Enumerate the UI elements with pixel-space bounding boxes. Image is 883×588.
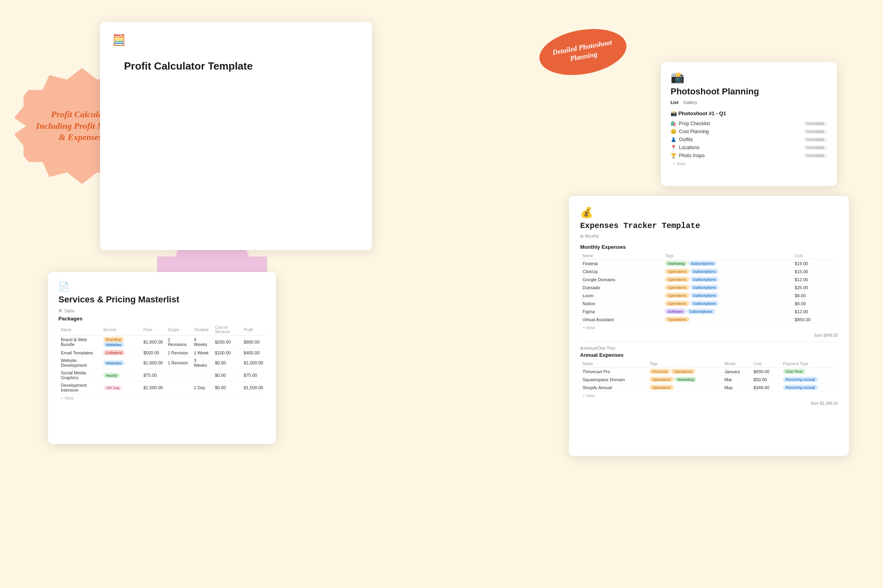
table-row: Social Media GraphicsHourly$75.00$0.00$7…: [58, 369, 266, 382]
tag-marketing: Marketing: [665, 261, 687, 266]
tag-subscriptions: Subscriptions: [690, 285, 719, 290]
table-row: Virtual AssistantOperations$850.00: [580, 316, 838, 324]
services-packages-title: Packages: [58, 316, 266, 322]
photo-row-label: Cost Planning: [679, 129, 709, 134]
table-row: Shopify AnnualOperationsMay$348.00Recurr…: [580, 384, 838, 392]
table-row: Development IntensiveVIP Day$1,500.001 D…: [58, 382, 266, 394]
photoshoot-rows: 🛍️ Prop Checklist Incomplete 😊 Cost Plan…: [671, 120, 827, 160]
photo-row: 📍 Locations Incomplete: [671, 144, 827, 152]
table-row: LoomOperationsSubscriptions$8.00: [580, 292, 838, 300]
table-row: Google DomainsOperationsSubscriptions$12…: [580, 276, 838, 284]
tag-operations: Operations: [665, 317, 689, 322]
status-badge: Incomplete: [803, 129, 827, 134]
photo-row-label: Outfits: [679, 137, 693, 142]
tag-operations: Operations: [665, 269, 689, 274]
tag-subscriptions: Subscriptions: [690, 269, 719, 274]
annual-expenses-table: NameTagsMonthCostPayment Type Thrivecart…: [580, 360, 838, 392]
photo-row: 😊 Cost Planning Incomplete: [671, 128, 827, 136]
exp-monthly-add[interactable]: + New: [580, 324, 838, 332]
oval-badge-text: Detailed Photoshoot Planning: [547, 33, 619, 71]
table-row: Thrivecart ProFinancialOperationsJanuary…: [580, 368, 838, 376]
photo-row-left: 🏆 Photo Inspo: [671, 153, 705, 158]
photo-row-label: Photo Inspo: [679, 153, 705, 158]
tag-websites: Websites: [103, 360, 124, 366]
exp-annual-sum: Sum $1,088.00: [580, 400, 838, 406]
annual-expenses-title: Annual Expenses: [580, 352, 838, 358]
photo-row-icon: 📍: [671, 145, 677, 150]
services-packages-table: NameServicePriceScopeTimelineCost of Ser…: [58, 324, 266, 394]
tag-operations: Operations: [665, 293, 689, 298]
tag-subscriptions: Subscriptions: [690, 277, 719, 282]
table-row: Email TemplatesCollateral$500.001 Revisi…: [58, 349, 266, 357]
tag-operations: Operations: [665, 285, 689, 290]
services-add-new[interactable]: + New: [58, 394, 266, 402]
view-gallery[interactable]: Gallery: [683, 100, 697, 105]
photo-row-label: Locations: [679, 145, 699, 150]
expenses-card-title: Expenses Tracker Template: [580, 221, 838, 230]
tag-subscriptions: Subscriptions: [688, 261, 717, 266]
tag-subscriptions: Subscriptions: [690, 293, 719, 298]
photo-row-icon: 🛍️: [671, 121, 677, 126]
photo-row-icon: 😊: [671, 129, 677, 134]
services-icon: 📄: [58, 282, 266, 292]
tag-operations: Operations: [649, 385, 673, 390]
services-pricing-card: 📄 Services & Pricing Masterlist Table Pa…: [48, 272, 276, 444]
monthly-expenses-title: Monthly Expenses: [580, 244, 838, 250]
tag-vip-day: VIP Day: [103, 385, 123, 390]
tag-operations: Operations: [665, 301, 689, 306]
table-row: ClickUpOperationsSubscriptions$15.00: [580, 268, 838, 276]
payment-type-badge: Recurring Annual: [783, 377, 818, 382]
photoshoot-add-new[interactable]: + New: [671, 160, 827, 168]
photo-row: 🏆 Photo Inspo Incomplete: [671, 152, 827, 160]
tag-branding: Branding: [103, 337, 124, 342]
table-row: Squarespace DomainOperationsMarketingMar…: [580, 376, 838, 384]
oval-badge-photoshoot: Detailed Photoshoot Planning: [536, 23, 630, 82]
table-row: Website DevelopmentWebsites$1,000.001 Re…: [58, 357, 266, 369]
photoshoot-title: Photoshoot Planning: [671, 86, 827, 97]
exp-annual-add[interactable]: + New: [580, 392, 838, 400]
monthly-tab[interactable]: ⊞Monthly: [580, 234, 599, 238]
tag-websites: Websites: [103, 342, 124, 347]
expenses-tracker-card: 💰 Expenses Tracker Template ⊞Monthly Mon…: [569, 196, 849, 456]
table-row: FigmaSoftwareSubscriptions$12.00: [580, 308, 838, 316]
services-title: Services & Pricing Masterlist: [58, 294, 266, 305]
status-badge: Incomplete: [803, 153, 827, 158]
photo-row-left: 😊 Cost Planning: [671, 129, 709, 134]
photoshoot-icon: 📸: [671, 71, 827, 84]
monthly-expenses-table: NameTagsCost FlodeskMarketingSubscriptio…: [580, 252, 838, 324]
exp-monthly-sum: Sum $949.00: [580, 332, 838, 338]
expenses-card-icon: 💰: [580, 206, 838, 219]
tag-software: Software: [665, 309, 686, 314]
profit-calculator-card: 🧮 Profit Calculator Template ? HOW TO US…: [100, 22, 372, 250]
photo-row: 👗 Outfits Incomplete: [671, 136, 827, 144]
tag-subscriptions: Subscriptions: [687, 309, 715, 314]
tag-collateral: Collateral: [103, 350, 125, 355]
photo-row-label: Prop Checklist: [679, 121, 710, 126]
photo-row-icon: 👗: [671, 137, 677, 142]
table-row: DubsadoOperationsSubscriptions$25.00: [580, 284, 838, 292]
photo-row-left: 🛍️ Prop Checklist: [671, 121, 710, 126]
status-badge: Incomplete: [803, 137, 827, 142]
photo-row: 🛍️ Prop Checklist Incomplete: [671, 120, 827, 128]
tag-operations: Operations: [649, 377, 673, 382]
tag-operations: Operations: [671, 369, 695, 374]
tag-operations: Operations: [665, 277, 689, 282]
photoshoot-section-title: 📸 Photoshoot #1 - Q1: [671, 110, 827, 116]
table-row: NotionOperationsSubscriptions$8.00: [580, 300, 838, 308]
payment-type-badge: One-Time: [783, 369, 805, 374]
services-section-label: Table: [58, 308, 266, 313]
status-badge: Incomplete: [803, 121, 827, 126]
tag-subscriptions: Subscriptions: [690, 301, 719, 306]
view-list[interactable]: List: [671, 100, 679, 105]
tag-marketing: Marketing: [675, 377, 697, 382]
photo-row-left: 📍 Locations: [671, 145, 699, 150]
photoshoot-planning-card: 📸 Photoshoot Planning List Gallery 📸 Pho…: [661, 62, 837, 186]
profit-card-icon: 🧮: [112, 33, 360, 46]
table-row: Brand & Web BundleBrandingWebsites$1,000…: [58, 336, 266, 349]
status-badge: Incomplete: [803, 145, 827, 150]
view-toggle: List Gallery: [671, 100, 827, 105]
photo-row-icon: 🏆: [671, 153, 677, 158]
table-row: FlodeskMarketingSubscriptions$19.00: [580, 260, 838, 268]
photo-row-left: 👗 Outfits: [671, 137, 693, 142]
tag-financial: Financial: [649, 369, 670, 374]
